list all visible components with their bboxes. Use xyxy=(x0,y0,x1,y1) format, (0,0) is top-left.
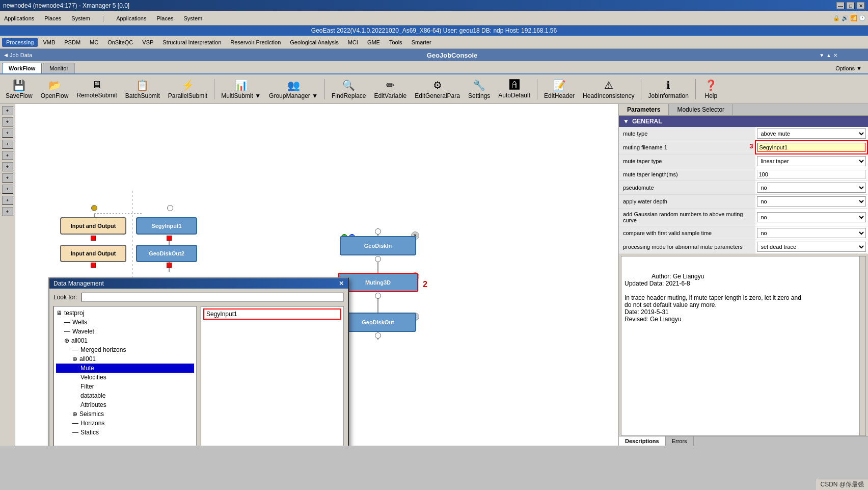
sidebar-btn-5[interactable]: + xyxy=(2,151,13,160)
node-input-output-2[interactable]: Input and Output xyxy=(60,245,126,262)
menu-psdm[interactable]: PSDM xyxy=(60,38,85,47)
param-value-mute-type[interactable]: above mute below mute xyxy=(755,127,867,141)
menu-structural[interactable]: Structural Interpretation xyxy=(158,38,225,47)
tree-item-wells[interactable]: —Wells xyxy=(56,318,194,327)
mute-type-select[interactable]: above mute below mute xyxy=(757,128,866,139)
tree-item-all001-2[interactable]: ⊕all001 xyxy=(56,354,194,364)
system-places2[interactable]: Places xyxy=(155,14,176,22)
param-value-pseudomute[interactable]: no yes xyxy=(755,181,867,195)
tree-item-seismics[interactable]: ⊕Seismics xyxy=(56,409,194,419)
editgeneralpara-button[interactable]: ⚙ EditGeneralPara xyxy=(411,77,464,101)
processing-mode-select[interactable]: set dead trace skip xyxy=(757,242,866,252)
tree-item-velocities[interactable]: Velocities xyxy=(56,373,194,382)
system-applications1[interactable]: Applications xyxy=(2,14,36,22)
multisubmit-button[interactable]: 📊 MultiSubmit ▼ xyxy=(218,77,264,101)
menu-tools[interactable]: Tools xyxy=(385,38,406,47)
minimize-button[interactable]: — xyxy=(836,2,845,9)
node-geodiskout2[interactable]: GeoDiskOut2 xyxy=(136,245,197,262)
node-input-output-1[interactable]: Input and Output xyxy=(60,217,126,235)
right-list-panel[interactable]: SegyInput1 xyxy=(201,306,344,446)
tree-item-statics[interactable]: —Statics xyxy=(56,428,194,437)
tree-panel[interactable]: 🖥testproj —Wells —Wavelet ⊕all001 —Merg xyxy=(53,306,197,446)
tree-item-wavelet[interactable]: —Wavelet xyxy=(56,327,194,336)
gaussian-select[interactable]: no yes xyxy=(757,212,866,222)
param-value-compare[interactable]: no yes xyxy=(755,226,867,240)
tree-item-mute[interactable]: Mute xyxy=(56,364,194,373)
tree-item-datatable[interactable]: datatable xyxy=(56,391,194,400)
maximize-button[interactable]: □ xyxy=(847,2,855,9)
sidebar-btn-3[interactable]: + xyxy=(2,128,13,138)
menu-smarter[interactable]: Smarter xyxy=(408,38,436,47)
node-segy-input1[interactable]: SegyInput1 xyxy=(136,217,197,235)
node-geodiskin[interactable]: GeoDiskIn xyxy=(340,236,416,255)
menu-geological[interactable]: Geological Analysis xyxy=(286,38,342,47)
window-controls[interactable]: — □ ✕ xyxy=(836,2,865,9)
groupmanager-button[interactable]: 👥 GroupManager ▼ xyxy=(265,77,321,101)
menu-onsiteqc[interactable]: OnSiteQC xyxy=(103,38,137,47)
tree-item-all001-1[interactable]: ⊕all001 xyxy=(56,336,194,345)
system-system2[interactable]: System xyxy=(182,14,205,22)
param-value-muting-filename[interactable] xyxy=(755,141,867,154)
close-button[interactable]: ✕ xyxy=(857,2,865,9)
batchsubmit-button[interactable]: 📋 BatchSubmit xyxy=(122,77,164,101)
tab-monitor[interactable]: Monitor xyxy=(43,63,75,73)
settings-button[interactable]: 🔧 Settings xyxy=(465,77,494,101)
sidebar-btn-1[interactable]: + xyxy=(2,106,13,115)
system-system1[interactable]: System xyxy=(69,14,92,22)
desc-scrollbar[interactable] xyxy=(859,256,865,435)
sidebar-btn-4[interactable]: + xyxy=(2,140,13,149)
sidebar-btn-2[interactable]: + xyxy=(2,117,13,126)
param-value-gaussian[interactable]: no yes xyxy=(755,209,867,226)
tree-item-merged-horizons[interactable]: —Merged horizons xyxy=(56,345,194,354)
desc-tab-errors[interactable]: Errors xyxy=(666,436,694,446)
mute-taper-length-input[interactable] xyxy=(757,170,866,179)
jobinformation-button[interactable]: ℹ JobInformation xyxy=(644,77,692,101)
param-value-mute-taper-length[interactable] xyxy=(755,168,867,181)
workflow-canvas[interactable]: Input and Output Input and Output SegyIn… xyxy=(15,104,618,446)
param-value-water-depth[interactable]: no yes xyxy=(755,195,867,209)
tree-item-filter[interactable]: Filter xyxy=(56,382,194,391)
findreplace-button[interactable]: 🔍 FindReplace xyxy=(328,77,369,101)
system-places1[interactable]: Places xyxy=(42,14,63,22)
menu-vmb[interactable]: VMB xyxy=(39,38,59,47)
sidebar-btn-9[interactable]: + xyxy=(2,196,13,205)
tab-parameters[interactable]: Parameters xyxy=(619,104,669,115)
compare-select[interactable]: no yes xyxy=(757,228,866,238)
menu-mci[interactable]: MCI xyxy=(344,38,362,47)
sidebar-btn-7[interactable]: + xyxy=(2,173,13,183)
menu-reservoir[interactable]: Reservoir Prediction xyxy=(226,38,285,47)
desc-tab-descriptions[interactable]: Descriptions xyxy=(619,436,666,446)
menu-mc[interactable]: MC xyxy=(86,38,102,47)
sidebar-btn-10[interactable]: + xyxy=(2,207,13,216)
menu-gme[interactable]: GME xyxy=(363,38,384,47)
sidebar-btn-6[interactable]: + xyxy=(2,162,13,171)
openflow-button[interactable]: 📂 OpenFlow xyxy=(37,77,72,101)
water-depth-select[interactable]: no yes xyxy=(757,196,866,207)
system-applications2[interactable]: Applications xyxy=(114,14,148,22)
menu-processing[interactable]: Processing xyxy=(2,38,38,47)
tree-item-testproj[interactable]: 🖥testproj xyxy=(56,308,194,318)
headinconsistency-button[interactable]: ⚠ HeadInconsistency xyxy=(579,77,638,101)
tree-item-horizons[interactable]: —Horizons xyxy=(56,419,194,428)
menu-vsp[interactable]: VSP xyxy=(138,38,157,47)
selected-item-display[interactable]: SegyInput1 xyxy=(203,308,341,320)
dialog-close-button[interactable]: ✕ xyxy=(339,280,344,287)
help-button[interactable]: ❓ Help xyxy=(699,77,723,101)
mute-taper-type-select[interactable]: linear taper cos taper xyxy=(757,156,866,166)
autodefault-button[interactable]: 🅰 AutoDefault xyxy=(495,77,534,101)
saveflow-button[interactable]: 💾 SaveFlow xyxy=(2,77,36,101)
node-geodiskout[interactable]: GeoDiskOut xyxy=(340,313,416,332)
param-value-processing-mode[interactable]: set dead trace skip xyxy=(755,240,867,254)
tree-item-attributes[interactable]: Attributes xyxy=(56,400,194,409)
editvariable-button[interactable]: ✏ EditVariable xyxy=(370,77,410,101)
param-value-mute-taper-type[interactable]: linear taper cos taper xyxy=(755,154,867,168)
tab-options[interactable]: Options ▼ xyxy=(831,63,866,73)
remotesubmit-button[interactable]: 🖥 RemoteSubmit xyxy=(73,77,120,101)
node-muting3d[interactable]: Muting3D xyxy=(338,273,418,292)
collapse-icon[interactable]: ▼ xyxy=(623,118,629,125)
look-for-input[interactable] xyxy=(82,293,344,302)
parallelsubmit-button[interactable]: ⚡ ParallelSubmit xyxy=(165,77,211,101)
tab-modules-selector[interactable]: Modules Selector xyxy=(669,104,733,115)
sidebar-btn-8[interactable]: + xyxy=(2,185,13,194)
muting-filename-input[interactable] xyxy=(757,143,865,152)
